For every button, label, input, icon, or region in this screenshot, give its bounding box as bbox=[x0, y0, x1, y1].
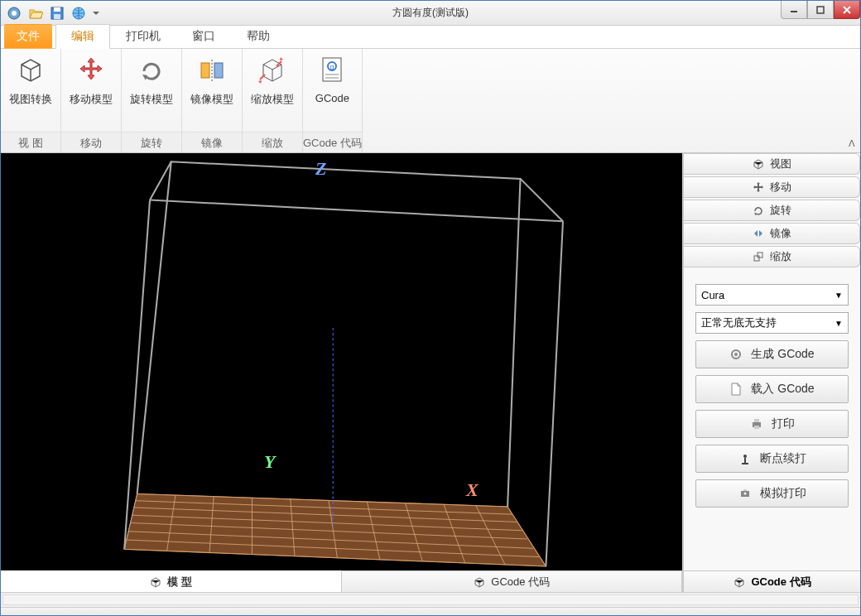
bottom-tab-model[interactable]: 模 型 bbox=[1, 570, 342, 592]
profile-select[interactable]: 正常无底无支持 ▼ bbox=[695, 312, 849, 334]
printer-icon bbox=[750, 417, 763, 431]
ribbon-group-mirror: 镜像模型 镜像 bbox=[182, 49, 243, 152]
qat-save-icon[interactable] bbox=[47, 3, 67, 23]
rp-tab-move[interactable]: 移动 bbox=[684, 176, 860, 198]
gcode-icon: g bbox=[315, 54, 349, 87]
menutab-window[interactable]: 窗口 bbox=[176, 24, 231, 49]
main-area: Z Y X 模 型 GCode 代码 视图 bbox=[1, 153, 860, 592]
menu-tabs: 文件 编辑 打印机 窗口 帮助 bbox=[1, 26, 860, 49]
menutab-edit[interactable]: 编辑 bbox=[55, 24, 110, 49]
rp-content: Cura ▼ 正常无底无支持 ▼ 生成 GCode 载入 GCode bbox=[684, 269, 860, 570]
svg-point-46 bbox=[743, 455, 747, 458]
load-gcode-button[interactable]: 载入 GCode bbox=[695, 375, 849, 403]
resume-icon bbox=[738, 452, 752, 465]
quick-access-toolbar bbox=[1, 3, 105, 23]
close-button[interactable] bbox=[834, 1, 860, 19]
resume-print-button[interactable]: 断点续打 bbox=[695, 445, 849, 473]
svg-rect-9 bbox=[214, 63, 223, 78]
window-title: 方圆有度(测试版) bbox=[1, 6, 860, 20]
svg-rect-47 bbox=[744, 458, 746, 464]
ribbon-group-rotate: 旋转模型 旋转 bbox=[122, 49, 182, 152]
svg-text:g: g bbox=[330, 63, 334, 71]
chevron-down-icon: ▼ bbox=[835, 291, 843, 300]
svg-point-42 bbox=[734, 353, 738, 356]
ribbon-gcode[interactable]: g GCode bbox=[307, 51, 358, 132]
qat-open-icon[interactable] bbox=[26, 3, 46, 23]
viewport-wrap: Z Y X 模 型 GCode 代码 bbox=[1, 153, 683, 592]
3d-viewport[interactable]: Z Y X bbox=[1, 153, 682, 570]
svg-marker-16 bbox=[124, 493, 546, 565]
simulate-print-button[interactable]: 模拟打印 bbox=[695, 479, 849, 508]
rotate-icon bbox=[752, 204, 765, 217]
rp-tab-view[interactable]: 视图 bbox=[684, 153, 860, 175]
axis-x-label: X bbox=[466, 479, 479, 501]
ribbon-group-view: 视图转换 视 图 bbox=[1, 49, 61, 152]
ribbon-move-model[interactable]: 移动模型 bbox=[61, 51, 121, 132]
menutab-file[interactable]: 文件 bbox=[4, 24, 52, 49]
svg-line-37 bbox=[546, 221, 563, 566]
rp-tab-scale[interactable]: 缩放 bbox=[684, 246, 860, 267]
chevron-down-icon: ▼ bbox=[835, 319, 843, 328]
titlebar: 方圆有度(测试版) bbox=[1, 1, 860, 26]
doc-icon bbox=[729, 383, 743, 396]
svg-rect-8 bbox=[201, 63, 209, 78]
sim-icon bbox=[738, 487, 752, 500]
rotate-icon bbox=[135, 54, 168, 87]
bottom-tab-gcode[interactable]: GCode 代码 bbox=[342, 571, 683, 592]
ribbon-rotate-model[interactable]: 旋转模型 bbox=[122, 51, 181, 132]
move-icon bbox=[75, 54, 108, 87]
ribbon: 视图转换 视 图 移动模型 移动 bbox=[1, 49, 860, 153]
generate-gcode-button[interactable]: 生成 GCode bbox=[695, 340, 849, 368]
scale-icon bbox=[256, 54, 289, 87]
svg-point-1 bbox=[12, 11, 17, 16]
svg-rect-6 bbox=[791, 11, 797, 12]
svg-rect-39 bbox=[754, 256, 759, 261]
horizontal-scrollbar[interactable] bbox=[1, 592, 860, 607]
move-icon bbox=[752, 180, 765, 194]
svg-rect-44 bbox=[754, 419, 759, 422]
axis-y-label: Y bbox=[264, 451, 275, 473]
minimize-button[interactable] bbox=[781, 1, 807, 19]
rp-bottom-tab-gcode[interactable]: GCode 代码 bbox=[684, 570, 860, 592]
right-panel: 视图 移动 旋转 镜像 缩放 Cura ▼ bbox=[683, 153, 860, 592]
svg-rect-7 bbox=[817, 7, 824, 13]
window-controls bbox=[781, 1, 860, 19]
viewport-bottom-tabs: 模 型 GCode 代码 bbox=[1, 570, 682, 592]
qat-globe-icon[interactable] bbox=[69, 3, 89, 23]
slicer-select[interactable]: Cura ▼ bbox=[695, 284, 849, 306]
maximize-button[interactable] bbox=[807, 1, 834, 19]
svg-rect-4 bbox=[54, 14, 60, 19]
axis-z-label: Z bbox=[315, 158, 326, 180]
rp-tab-rotate[interactable]: 旋转 bbox=[684, 200, 860, 221]
cube-icon bbox=[149, 575, 162, 589]
ribbon-view-transform[interactable]: 视图转换 bbox=[1, 51, 60, 132]
rp-tab-mirror[interactable]: 镜像 bbox=[684, 223, 860, 244]
svg-point-49 bbox=[743, 493, 746, 495]
ribbon-group-scale: 缩放模型 缩放 bbox=[243, 49, 303, 152]
mirror-icon bbox=[195, 54, 228, 87]
svg-rect-40 bbox=[758, 253, 762, 257]
gear-icon bbox=[729, 348, 743, 361]
cube-icon bbox=[752, 157, 765, 171]
mirror-icon bbox=[752, 227, 765, 240]
app-window: 方圆有度(测试版) 文件 编辑 打印机 窗口 帮助 视图转换 视 图 bbox=[0, 0, 861, 616]
statusbar bbox=[1, 607, 860, 615]
ribbon-group-gcode: g GCode GCode 代码 bbox=[303, 49, 363, 152]
cube-icon bbox=[473, 575, 486, 589]
ribbon-collapse-button[interactable]: ᐱ bbox=[849, 138, 855, 149]
ribbon-mirror-model[interactable]: 镜像模型 bbox=[182, 51, 242, 132]
print-button[interactable]: 打印 bbox=[695, 410, 849, 438]
scale-icon bbox=[752, 250, 765, 263]
cube-icon bbox=[733, 575, 746, 589]
ribbon-group-move: 移动模型 移动 bbox=[61, 49, 122, 152]
qat-home-icon[interactable] bbox=[4, 3, 24, 23]
cube-icon bbox=[14, 54, 47, 87]
svg-rect-3 bbox=[54, 7, 60, 12]
menutab-printer[interactable]: 打印机 bbox=[110, 24, 176, 49]
ribbon-scale-model[interactable]: 缩放模型 bbox=[243, 51, 302, 132]
svg-rect-45 bbox=[754, 426, 759, 429]
qat-customize-dropdown[interactable] bbox=[90, 3, 102, 23]
menutab-help[interactable]: 帮助 bbox=[231, 24, 286, 49]
build-volume-wireframe bbox=[1, 153, 682, 570]
scroll-track[interactable] bbox=[2, 594, 859, 605]
